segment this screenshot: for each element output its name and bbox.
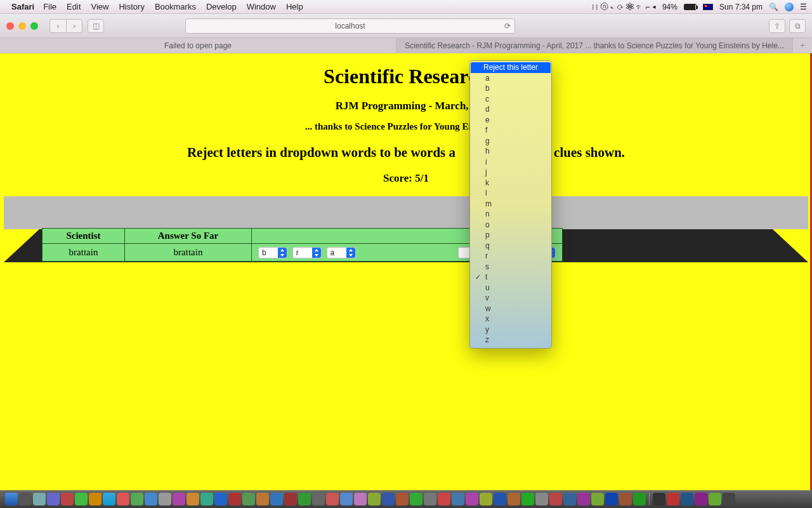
- dock-app-icon[interactable]: [452, 493, 464, 505]
- dropdown-option-i[interactable]: i: [470, 157, 551, 168]
- new-tab-button[interactable]: ＋: [793, 38, 812, 53]
- letter-select-2[interactable]: a: [327, 247, 356, 258]
- dock-app-icon[interactable]: [619, 493, 632, 505]
- dock-app-icon[interactable]: [549, 493, 562, 505]
- dropdown-option-n[interactable]: n: [470, 209, 551, 220]
- dropdown-option-x[interactable]: x: [470, 314, 551, 324]
- dock-app-icon[interactable]: [438, 493, 450, 505]
- dock-app-icon[interactable]: [19, 493, 32, 505]
- zoom-window-button[interactable]: [30, 22, 38, 30]
- dock-app-icon[interactable]: [508, 493, 520, 505]
- dock-app-icon[interactable]: [709, 493, 721, 505]
- menu-help[interactable]: Help: [286, 2, 303, 11]
- dropdown-option-d[interactable]: d: [470, 104, 551, 115]
- dropdown-option-r[interactable]: r: [470, 251, 551, 262]
- dock-app-icon[interactable]: [466, 493, 478, 505]
- dock-app-icon[interactable]: [312, 493, 325, 505]
- spotlight-icon[interactable]: 🔍: [769, 3, 778, 11]
- dock-app-icon[interactable]: [681, 493, 693, 505]
- dock-app-icon[interactable]: [368, 493, 381, 505]
- dock-app-icon[interactable]: [242, 493, 255, 505]
- dropdown-option-q[interactable]: q: [470, 241, 551, 251]
- menu-window[interactable]: Window: [247, 2, 276, 11]
- dropdown-option-o[interactable]: o: [470, 220, 551, 231]
- dock-app-icon[interactable]: [382, 493, 395, 505]
- close-window-button[interactable]: [6, 22, 14, 30]
- dock-app-icon[interactable]: [117, 493, 129, 505]
- dropdown-option-t[interactable]: t: [470, 272, 551, 283]
- dropdown-option-b[interactable]: b: [470, 83, 551, 94]
- dock-app-icon[interactable]: [131, 493, 143, 505]
- sidebar-button[interactable]: ◫: [88, 19, 104, 33]
- menu-file[interactable]: File: [43, 2, 56, 11]
- dock-app-icon[interactable]: [535, 493, 548, 505]
- dock-app-icon[interactable]: [340, 493, 353, 505]
- dock-app-icon[interactable]: [396, 493, 409, 505]
- dock-app-icon[interactable]: [47, 493, 60, 505]
- dock-app-icon[interactable]: [284, 493, 297, 505]
- dropdown-option-k[interactable]: k: [470, 178, 551, 189]
- menu-develop[interactable]: Develop: [206, 2, 237, 11]
- notification-center-icon[interactable]: ☰: [800, 3, 807, 11]
- dock-app-icon[interactable]: [89, 493, 102, 505]
- back-button[interactable]: ‹: [49, 19, 66, 33]
- menu-view[interactable]: View: [91, 2, 109, 11]
- dropdown-option-v[interactable]: v: [470, 293, 551, 304]
- dock-app-icon[interactable]: [521, 493, 534, 505]
- dropdown-option-s[interactable]: s: [470, 262, 551, 272]
- dropdown-option-l[interactable]: l: [470, 188, 551, 199]
- dock-app-icon[interactable]: [61, 493, 74, 505]
- dock-app-icon[interactable]: [298, 493, 311, 505]
- dock-app-icon[interactable]: [200, 493, 213, 505]
- dock-app-icon[interactable]: [563, 493, 576, 505]
- dock-app-icon[interactable]: [228, 493, 241, 505]
- dropdown-option-f[interactable]: f: [470, 125, 551, 136]
- letter-select-1[interactable]: r: [292, 247, 322, 258]
- share-button[interactable]: ⇪: [769, 19, 785, 33]
- dock-app-icon[interactable]: [667, 493, 679, 505]
- dock-app-icon[interactable]: [33, 493, 46, 505]
- dock-app-icon[interactable]: [424, 493, 436, 505]
- dock-app-icon[interactable]: [256, 493, 269, 505]
- menu-bookmarks[interactable]: Bookmarks: [155, 2, 196, 11]
- dock-app-icon[interactable]: [270, 493, 283, 505]
- dropdown-option-p[interactable]: p: [470, 230, 551, 241]
- dropdown-option-w[interactable]: w: [470, 304, 551, 314]
- dock-app-icon[interactable]: [480, 493, 492, 505]
- reload-icon[interactable]: ⟳: [504, 22, 511, 30]
- dropdown-option-e[interactable]: e: [470, 115, 551, 126]
- forward-button[interactable]: ›: [66, 19, 82, 33]
- letter-dropdown[interactable]: Reject this letter abcdefghijklmnopqrstu…: [469, 60, 552, 349]
- dropdown-option-a[interactable]: a: [470, 73, 551, 84]
- minimize-window-button[interactable]: [18, 22, 26, 30]
- dock-app-icon[interactable]: [591, 493, 604, 505]
- dropdown-option-m[interactable]: m: [470, 199, 551, 210]
- letter-select-0[interactable]: b: [258, 247, 287, 258]
- app-name[interactable]: Safari: [11, 2, 34, 11]
- dock-app-icon[interactable]: [214, 493, 227, 505]
- menu-history[interactable]: History: [119, 2, 144, 11]
- dock-app-icon[interactable]: [653, 493, 665, 505]
- tab-failed[interactable]: Failed to open page: [0, 38, 396, 53]
- dropdown-option-y[interactable]: y: [470, 324, 551, 335]
- dock-app-icon[interactable]: [695, 493, 707, 505]
- tab-scientific-research[interactable]: Scientific Research - RJM Programming - …: [396, 38, 793, 53]
- dropdown-option-u[interactable]: u: [470, 283, 551, 293]
- dock-trash-icon[interactable]: [723, 493, 735, 505]
- dock-app-icon[interactable]: [173, 493, 185, 505]
- dock-app-icon[interactable]: [326, 493, 339, 505]
- tabs-button[interactable]: ⧉: [789, 19, 806, 33]
- dock-app-icon[interactable]: [187, 493, 199, 505]
- menu-edit[interactable]: Edit: [67, 2, 81, 11]
- dock-app-icon[interactable]: [75, 493, 88, 505]
- dropdown-option-g[interactable]: g: [470, 136, 551, 147]
- dock-app-icon[interactable]: [354, 493, 367, 505]
- dock-app-icon[interactable]: [159, 493, 171, 505]
- dock-app-icon[interactable]: [633, 493, 646, 505]
- dock-app-icon[interactable]: [410, 493, 422, 505]
- siri-icon[interactable]: [785, 3, 794, 11]
- dropdown-option-c[interactable]: c: [470, 94, 551, 105]
- dock-app-icon[interactable]: [494, 493, 506, 505]
- dock-app-icon[interactable]: [145, 493, 157, 505]
- dropdown-header[interactable]: Reject this letter: [471, 62, 551, 73]
